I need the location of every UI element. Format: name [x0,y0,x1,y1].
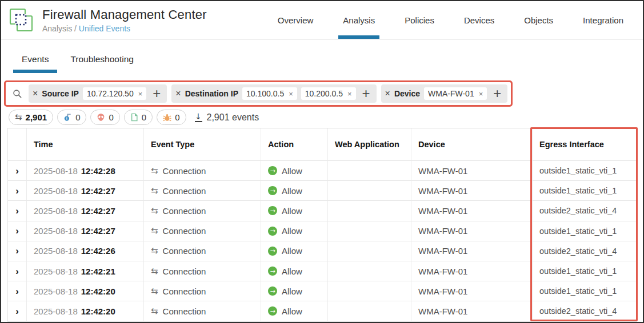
cell-time: 2025-08-1812:42:21 [27,261,144,281]
filter-value-chip[interactable]: 10.200.0.5× [301,87,356,100]
expand-row-button[interactable]: › [8,161,27,181]
download-icon: ↓ [195,112,202,122]
remove-value-icon[interactable]: × [479,90,483,98]
column-header-event-type[interactable]: Event Type [144,128,261,161]
malware-icon [97,113,105,122]
nav-tab-policies[interactable]: Policies [390,1,449,39]
counter-pill-bug[interactable]: 0 [157,110,186,125]
event-type-label: Connection [163,267,206,276]
event-date: 2025-08-18 [34,166,78,176]
event-date: 2025-08-18 [34,246,78,256]
intrusion-icon [63,113,72,122]
event-type-label: Connection [163,166,206,176]
event-time: 12:42:27 [81,226,115,236]
cell-event-type: ⇆Connection [144,161,261,181]
cell-action: →Allow [261,241,328,261]
event-date: 2025-08-18 [34,186,78,196]
cell-event-type: ⇆Connection [144,261,261,281]
filter-label: Device [394,89,420,98]
counter-value: 2,901 [26,112,47,122]
event-time: 12:42:20 [81,306,115,316]
cell-web-application [328,261,411,281]
expand-row-button[interactable]: › [8,261,27,281]
counter-value: 0 [175,112,179,122]
filter-value-chip[interactable]: 10.72.120.50× [83,87,146,100]
filter-value: WMA-FW-01 [428,89,474,98]
cell-web-application [328,181,411,201]
expand-row-button[interactable]: › [8,201,27,221]
nav-tab-overview[interactable]: Overview [263,1,329,39]
download-events-button[interactable]: ↓2,901 events [195,112,259,123]
counter-pill-malware[interactable]: 0 [90,110,119,125]
action-label: Allow [282,226,302,236]
chevron-right-icon: › [15,267,19,276]
event-type-label: Connection [163,226,206,236]
counter-pill-file[interactable]: 0 [124,110,153,125]
allow-icon: → [268,267,277,276]
action-label: Allow [282,306,302,316]
expand-row-button[interactable]: › [8,181,27,201]
remove-value-icon[interactable]: × [138,90,143,98]
nav-tab-objects[interactable]: Objects [509,1,568,39]
breadcrumb-section: Analysis [42,24,72,33]
counter-value: 0 [142,112,146,122]
filter-group-destination-ip[interactable]: ×Destination IP10.100.0.5×10.200.0.5×+ [171,84,376,103]
breadcrumb-page-link[interactable]: Unified Events [79,24,130,33]
title-block: Firewall Management Center Analysis / Un… [42,7,207,33]
expand-row-button[interactable]: › [8,301,27,321]
nav-tab-integration[interactable]: Integration [568,1,638,39]
tab-events[interactable]: Events [13,50,57,73]
cell-event-type: ⇆Connection [144,201,261,221]
nav-tab-devices[interactable]: Devices [449,1,509,39]
remove-value-icon[interactable]: × [347,90,352,98]
add-value-icon[interactable]: + [362,88,370,99]
event-time: 12:42:27 [81,206,115,216]
events-total-label: 2,901 events [207,112,259,123]
expand-row-button[interactable]: › [8,281,27,301]
main-nav: OverviewAnalysisPoliciesDevicesObjectsIn… [263,1,643,39]
action-label: Allow [282,186,302,196]
expand-row-button[interactable]: › [8,241,27,261]
column-header-egress-interface[interactable]: Egress Interface [533,128,637,161]
add-value-icon[interactable]: + [493,88,501,99]
column-header-action[interactable]: Action [261,128,328,161]
filter-group-device[interactable]: ×DeviceWMA-FW-01×+ [381,84,508,103]
filter-value-chip[interactable]: WMA-FW-01× [424,87,487,100]
filter-search-bar[interactable]: ×Source IP10.72.120.50×+×Destination IP1… [4,80,513,107]
remove-filter-icon[interactable]: × [385,89,390,98]
event-type-label: Connection [163,286,206,296]
remove-filter-icon[interactable]: × [33,89,38,98]
expand-column-header [8,128,27,161]
counter-pill-intrusion[interactable]: 0 [57,110,86,125]
column-header-web-application[interactable]: Web Application [328,128,411,161]
remove-value-icon[interactable]: × [289,90,293,98]
filter-group-source-ip[interactable]: ×Source IP10.72.120.50×+ [29,84,167,103]
events-subnav: EventsTroubleshooting [1,39,643,73]
column-header-time[interactable]: Time [27,128,144,161]
cell-egress-interface: outside2_static_vti_4 [533,201,637,221]
action-label: Allow [282,286,302,296]
tab-troubleshooting[interactable]: Troubleshooting [62,50,142,73]
remove-filter-icon[interactable]: × [175,89,181,98]
cell-time: 2025-08-1812:42:20 [27,281,144,301]
cell-event-type: ⇆Connection [144,221,261,241]
expand-row-button[interactable]: › [8,221,27,241]
counter-pill-connection[interactable]: ⇆2,901 [9,110,53,125]
connection-type-icon: ⇆ [151,247,158,255]
allow-icon: → [268,206,277,215]
cell-action: →Allow [261,161,328,181]
cell-time: 2025-08-1812:42:27 [27,201,144,221]
nav-tab-analysis[interactable]: Analysis [328,1,390,39]
filter-label: Source IP [42,89,79,98]
allow-icon: → [268,247,277,256]
column-header-device[interactable]: Device [411,128,533,161]
bug-icon [163,113,171,122]
event-time: 12:42:28 [81,166,115,176]
filter-value-chip[interactable]: 10.100.0.5× [242,87,297,100]
cell-event-type: ⇆Connection [144,301,261,321]
cell-egress-interface: outside2_static_vti_4 [533,241,637,261]
add-value-icon[interactable]: + [153,88,161,99]
chevron-right-icon: › [15,166,19,176]
allow-icon: → [268,186,277,195]
cell-egress-interface: outside1_static_vti_1 [533,261,637,281]
